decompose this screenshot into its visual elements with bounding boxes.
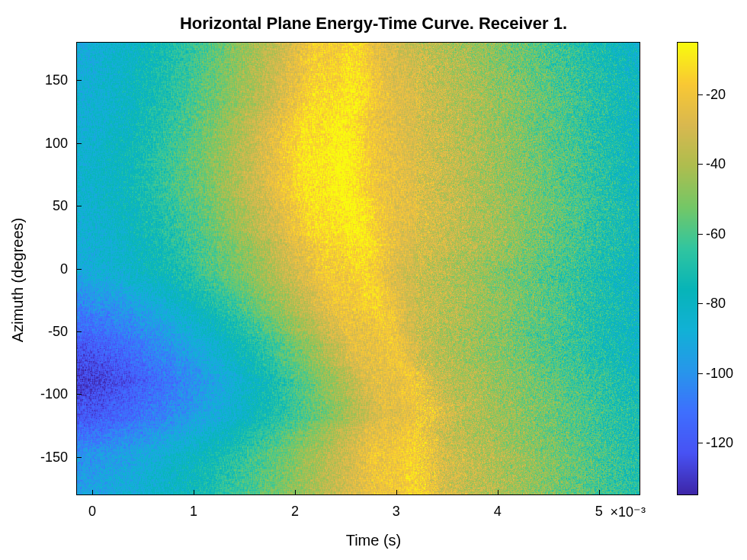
x-tick-label: 4	[494, 504, 502, 520]
x-tick	[498, 490, 499, 494]
x-axis-label: Time (s)	[0, 532, 747, 549]
y-tick-label: 150	[45, 72, 68, 88]
y-tick-label: 0	[60, 261, 68, 277]
x-tick	[396, 490, 397, 494]
y-tick-label: 50	[53, 198, 68, 214]
y-tick	[77, 269, 82, 270]
y-tick-label: -150	[40, 449, 68, 465]
y-tick	[77, 80, 82, 81]
y-tick-label: -100	[40, 386, 68, 402]
chart-title: Horizontal Plane Energy-Time Curve. Rece…	[0, 14, 747, 34]
x-tick-label: 0	[88, 504, 96, 520]
colorbar-tick	[698, 234, 703, 235]
heatmap-image	[77, 43, 640, 494]
x-tick	[599, 490, 600, 494]
y-tick	[77, 331, 82, 332]
x-tick-label: 2	[291, 504, 299, 520]
axes: -150-100-50050100150 012345 ×10⁻³	[76, 42, 640, 495]
x-tick	[295, 490, 296, 494]
x-tick	[194, 490, 194, 494]
y-tick	[77, 143, 82, 144]
colorbar-tick	[698, 443, 703, 443]
colorbar-tick-label: -40	[706, 156, 726, 172]
y-tick	[77, 206, 82, 206]
colorbar-tick-label: -20	[706, 86, 726, 102]
y-tick-label: -50	[48, 323, 68, 339]
colorbar-tick	[698, 164, 703, 165]
x-tick-label: 1	[190, 504, 197, 520]
y-axis-label: Azimuth (degrees)	[11, 0, 26, 560]
x-axis-exponent: ×10⁻³	[610, 504, 646, 520]
colorbar-tick	[698, 303, 703, 304]
x-tick	[92, 490, 93, 494]
figure: Horizontal Plane Energy-Time Curve. Rece…	[0, 0, 747, 560]
y-tick-label: 100	[45, 135, 68, 151]
colorbar-tick-label: -80	[706, 296, 726, 312]
y-tick	[77, 394, 82, 395]
colorbar-tick-label: -60	[706, 226, 726, 242]
colorbar-tick	[698, 373, 703, 374]
x-tick-label: 5	[595, 504, 603, 520]
x-tick-label: 3	[393, 504, 400, 520]
colorbar-gradient	[677, 42, 698, 495]
y-tick	[77, 457, 82, 458]
colorbar-tick	[698, 94, 703, 95]
colorbar-tick-label: -120	[706, 435, 733, 451]
colorbar-tick-label: -100	[706, 365, 733, 381]
colorbar: -120-100-80-60-40-20	[677, 42, 698, 495]
